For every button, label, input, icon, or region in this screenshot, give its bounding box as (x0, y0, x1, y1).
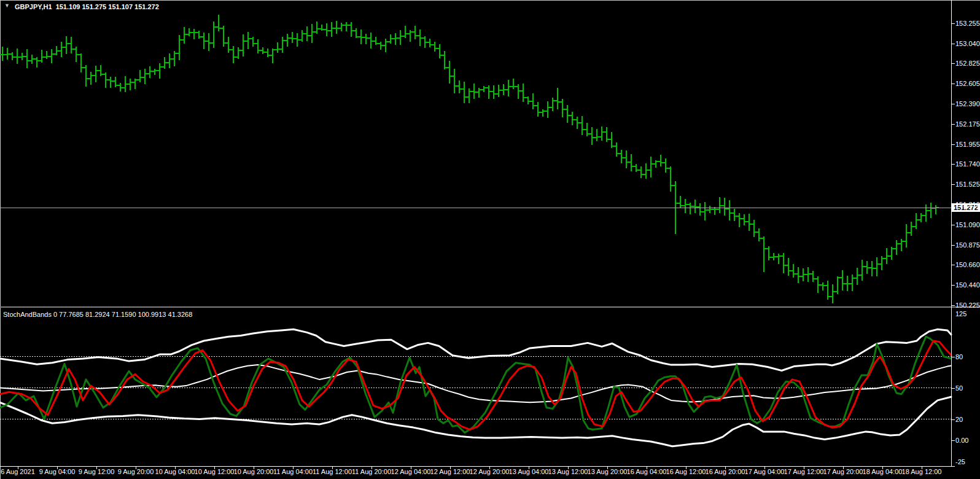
bid-price-box: 151.272 (952, 203, 980, 212)
bar-close-ticks (2, 25, 939, 297)
panel-separator[interactable] (0, 306, 980, 308)
chart-canvas[interactable] (0, 0, 980, 479)
upper-band-line (0, 329, 951, 370)
mt4-chart-window: ▼ GBPJPY,H1 151.109 151.275 151.107 151.… (0, 0, 980, 479)
indicator-values-label: StochAndBands 0 77.7685 81.2924 71.1590 … (3, 311, 192, 318)
symbol-ohlc-title: GBPJPY,H1 151.109 151.275 151.107 151.27… (15, 3, 159, 10)
stochastic-main-line (0, 337, 951, 432)
chart-dropdown-triangle-icon[interactable]: ▼ (4, 2, 10, 9)
ohlc-bars (0, 15, 939, 303)
bar-open-ticks (0, 25, 936, 297)
lower-band-line (0, 397, 951, 446)
